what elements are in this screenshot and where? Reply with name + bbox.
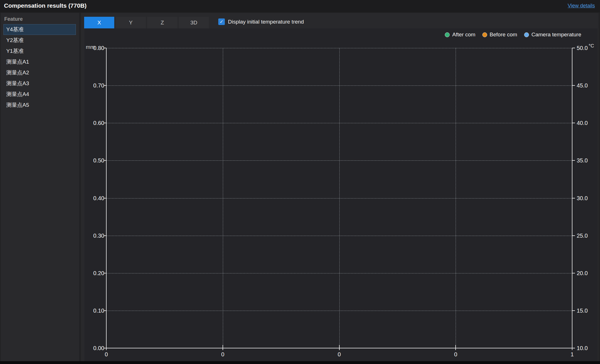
y-axis-right-tick [572,348,575,348]
sidebar-item-3[interactable]: 测量点A1 [3,57,76,67]
feature-sidebar: Feature Y4基准Y2基准Y1基准测量点A1测量点A2测量点A3测量点A4… [1,13,79,361]
y-axis-label-left: 0.70 [93,82,104,89]
checkbox-checked-icon[interactable]: ✓ [218,18,225,25]
x-axis-tick-inner [223,345,223,348]
y-axis-label-right: 10.0 [577,345,588,352]
tab-3d[interactable]: 3D [179,17,209,28]
y-axis-label-right: 40.0 [577,120,588,126]
legend-item-0: After com [445,32,475,38]
x-axis-tick [572,348,572,350]
x-axis-tick [455,348,456,350]
y-axis-right-tick [572,48,575,48]
y-axis-label-left: 0.00 [93,345,104,352]
y-axis-label-left: 0.60 [93,120,104,126]
y-axis-label-left: 0.40 [93,195,104,202]
y-axis-right-tick [572,273,575,273]
window-bottom-edge [0,361,600,364]
y-axis-label-right: 35.0 [577,157,588,164]
x-axis-label: 1 [566,351,579,358]
y-axis-right-tick [572,198,575,198]
main-panel: XYZ3D ✓ Display initial temperature tren… [81,13,599,361]
gridline-vertical [456,48,456,348]
y-axis-label-right: 15.0 [577,307,588,314]
y-axis-right-tick [572,160,575,161]
legend-swatch-icon [524,32,529,37]
legend-swatch-icon [445,32,450,37]
gridline-vertical [339,48,340,348]
x-axis-tick [339,348,340,350]
gridline-vertical [223,48,223,348]
x-axis-tick-inner [455,345,456,348]
y-axis-right-tick [572,310,575,311]
y-axis-label-right: 20.0 [577,270,588,277]
y-axis-label-left: 0.20 [93,270,104,277]
y-axis-label-left: 0.80 [93,45,104,51]
y-axis-label-left: 0.30 [93,232,104,239]
x-axis-tick [106,348,107,350]
legend-label: Camera temperature [532,32,581,38]
x-axis-tick-inner [339,345,340,348]
sidebar-item-2[interactable]: Y1基准 [3,46,76,57]
feature-list: Y4基准Y2基准Y1基准测量点A1测量点A2测量点A3测量点A4测量点A5 [1,24,79,110]
right-axis-unit-label: °C [589,43,594,49]
feature-panel-heading: Feature [4,16,23,22]
y-axis-label-right: 30.0 [577,195,588,202]
chart-widget: After comBefore comCamera temperature mm… [84,28,598,361]
top-bar: Compensation results (770B) View details [0,0,600,12]
page-title: Compensation results (770B) [4,2,87,9]
legend-item-2: Camera temperature [524,32,581,38]
x-axis-tick [223,348,223,350]
x-axis-label: 0 [100,351,113,358]
legend-label: Before com [490,32,517,38]
legend-item-1: Before com [482,32,517,38]
display-trend-checkbox[interactable]: ✓ Display initial temperature trend [218,18,304,25]
y-axis-right-tick [572,235,575,236]
sidebar-item-7[interactable]: 测量点A5 [3,100,76,110]
y-axis-label-right: 45.0 [577,82,588,89]
sidebar-item-6[interactable]: 测量点A4 [3,89,76,100]
sidebar-item-0[interactable]: Y4基准 [3,24,76,35]
tab-y[interactable]: Y [116,17,146,28]
x-axis-label: 0 [449,351,462,358]
x-axis-label: 0 [333,351,346,358]
y-axis-label-left: 0.50 [93,157,104,164]
sidebar-item-5[interactable]: 测量点A3 [3,78,76,89]
view-details-link[interactable]: View details [568,3,595,9]
sidebar-item-1[interactable]: Y2基准 [3,35,76,46]
x-axis-label: 0 [216,351,229,358]
axis-tab-bar: XYZ3D [84,17,209,28]
tab-x[interactable]: X [84,17,114,28]
y-axis-label-left: 0.10 [93,307,104,314]
sidebar-item-4[interactable]: 测量点A2 [3,67,76,78]
legend-label: After com [452,32,475,38]
y-axis-right-tick [572,85,575,86]
chart-legend: After comBefore comCamera temperature [445,30,581,39]
y-axis-right-tick [572,123,575,123]
display-trend-checkbox-label[interactable]: Display initial temperature trend [228,19,304,25]
y-axis-label-right: 25.0 [577,232,588,239]
y-axis-label-right: 50.0 [577,45,588,51]
legend-swatch-icon [482,32,487,37]
tab-z[interactable]: Z [147,17,177,28]
